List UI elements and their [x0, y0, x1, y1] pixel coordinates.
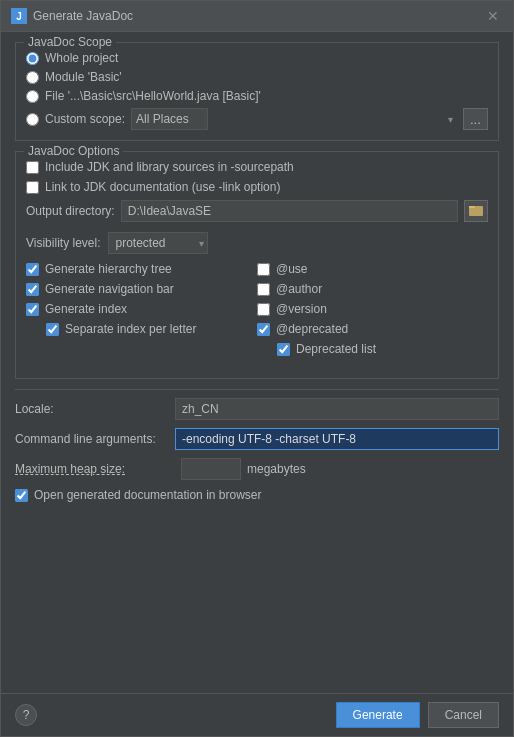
index-checkbox[interactable]	[26, 303, 39, 316]
use-checkbox[interactable]	[257, 263, 270, 276]
app-icon: J	[11, 8, 27, 24]
author-checkbox[interactable]	[257, 283, 270, 296]
options-col-right: @use @author @version @deprecated	[257, 262, 488, 362]
scope-file-row: File '...\Basic\src\HelloWorld.java [Bas…	[26, 89, 488, 103]
link-jdk-checkbox[interactable]	[26, 181, 39, 194]
deprecated-checkbox[interactable]	[257, 323, 270, 336]
hierarchy-checkbox[interactable]	[26, 263, 39, 276]
heap-label: Maximum heap size:	[15, 462, 175, 476]
version-row: @version	[257, 302, 488, 316]
include-jdk-row: Include JDK and library sources in -sour…	[26, 160, 488, 174]
deprecated-label[interactable]: @deprecated	[276, 322, 348, 336]
scope-module-label[interactable]: Module 'Basic'	[45, 70, 122, 84]
options-group-title: JavaDoc Options	[24, 144, 123, 158]
locale-label: Locale:	[15, 402, 175, 416]
options-grid: Generate hierarchy tree Generate navigat…	[26, 262, 488, 362]
index-row: Generate index	[26, 302, 257, 316]
deprecated-list-row: Deprecated list	[277, 342, 488, 356]
title-bar: J Generate JavaDoc ✕	[1, 1, 513, 32]
footer: ? Generate Cancel	[1, 693, 513, 736]
hierarchy-row: Generate hierarchy tree	[26, 262, 257, 276]
dialog-title: Generate JavaDoc	[33, 9, 133, 23]
scope-custom-select-wrapper: All Places	[131, 108, 457, 130]
footer-buttons: Generate Cancel	[336, 702, 499, 728]
heap-input[interactable]	[181, 458, 241, 480]
separate-index-checkbox[interactable]	[46, 323, 59, 336]
dialog-content: JavaDoc Scope Whole project Module 'Basi…	[1, 32, 513, 693]
scope-module-radio[interactable]	[26, 71, 39, 84]
navbar-row: Generate navigation bar	[26, 282, 257, 296]
scope-file-radio[interactable]	[26, 90, 39, 103]
output-dir-input[interactable]	[121, 200, 458, 222]
folder-icon	[469, 203, 483, 217]
navbar-checkbox[interactable]	[26, 283, 39, 296]
index-label[interactable]: Generate index	[45, 302, 127, 316]
hierarchy-label[interactable]: Generate hierarchy tree	[45, 262, 172, 276]
deprecated-list-checkbox[interactable]	[277, 343, 290, 356]
cmdline-input[interactable]	[175, 428, 499, 450]
cancel-button[interactable]: Cancel	[428, 702, 499, 728]
scope-custom-label[interactable]: Custom scope:	[45, 112, 125, 126]
cmdline-label: Command line arguments:	[15, 432, 175, 446]
scope-group: JavaDoc Scope Whole project Module 'Basi…	[15, 42, 499, 141]
svg-rect-1	[469, 206, 475, 208]
separate-index-row: Separate index per letter	[46, 322, 257, 336]
scope-custom-radio[interactable]	[26, 113, 39, 126]
link-jdk-label[interactable]: Link to JDK documentation (use -link opt…	[45, 180, 280, 194]
scope-group-title: JavaDoc Scope	[24, 35, 116, 49]
locale-input[interactable]	[175, 398, 499, 420]
author-row: @author	[257, 282, 488, 296]
generate-javadoc-dialog: J Generate JavaDoc ✕ JavaDoc Scope Whole…	[0, 0, 514, 737]
output-dir-row: Output directory:	[26, 200, 488, 222]
visibility-label: Visibility level:	[26, 236, 100, 250]
deprecated-list-label[interactable]: Deprecated list	[296, 342, 376, 356]
heap-unit: megabytes	[247, 462, 306, 476]
visibility-row: Visibility level: public protected packa…	[26, 232, 488, 254]
open-browser-label[interactable]: Open generated documentation in browser	[34, 488, 261, 502]
heap-row: Maximum heap size: megabytes	[15, 458, 499, 480]
help-button[interactable]: ?	[15, 704, 37, 726]
generate-button[interactable]: Generate	[336, 702, 420, 728]
include-jdk-checkbox[interactable]	[26, 161, 39, 174]
visibility-select-wrapper: public protected package private	[108, 232, 208, 254]
scope-whole-project-row: Whole project	[26, 51, 488, 65]
divider	[15, 389, 499, 390]
visibility-select[interactable]: public protected package private	[108, 232, 208, 254]
scope-whole-project-label[interactable]: Whole project	[45, 51, 118, 65]
author-label[interactable]: @author	[276, 282, 322, 296]
output-dir-label: Output directory:	[26, 204, 115, 218]
scope-whole-project-radio[interactable]	[26, 52, 39, 65]
version-checkbox[interactable]	[257, 303, 270, 316]
use-row: @use	[257, 262, 488, 276]
open-browser-checkbox[interactable]	[15, 489, 28, 502]
locale-row: Locale:	[15, 398, 499, 420]
navbar-label[interactable]: Generate navigation bar	[45, 282, 174, 296]
scope-custom-select[interactable]: All Places	[131, 108, 208, 130]
scope-custom-row: Custom scope: All Places ...	[26, 108, 488, 130]
version-label[interactable]: @version	[276, 302, 327, 316]
separate-index-label[interactable]: Separate index per letter	[65, 322, 196, 336]
link-jdk-row: Link to JDK documentation (use -link opt…	[26, 180, 488, 194]
options-group: JavaDoc Options Include JDK and library …	[15, 151, 499, 379]
scope-module-row: Module 'Basic'	[26, 70, 488, 84]
deprecated-row: @deprecated	[257, 322, 488, 336]
output-dir-browse-button[interactable]	[464, 200, 488, 222]
open-browser-row: Open generated documentation in browser	[15, 488, 499, 502]
close-button[interactable]: ✕	[483, 7, 503, 25]
cmdline-row: Command line arguments:	[15, 428, 499, 450]
use-label[interactable]: @use	[276, 262, 308, 276]
scope-custom-browse-button[interactable]: ...	[463, 108, 488, 130]
options-col-left: Generate hierarchy tree Generate navigat…	[26, 262, 257, 362]
include-jdk-label[interactable]: Include JDK and library sources in -sour…	[45, 160, 294, 174]
scope-file-label[interactable]: File '...\Basic\src\HelloWorld.java [Bas…	[45, 89, 261, 103]
